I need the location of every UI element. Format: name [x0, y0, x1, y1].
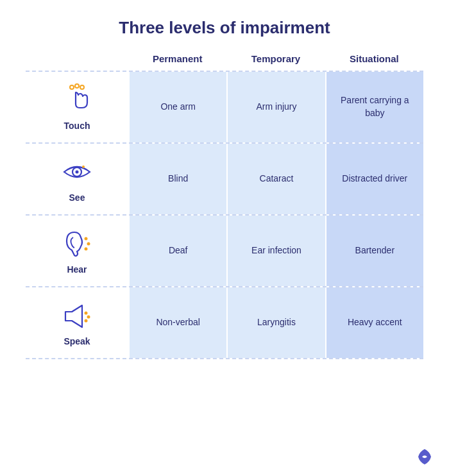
see-situational: Distracted driver — [325, 144, 423, 214]
touch-icon — [60, 83, 94, 117]
see-temporary: Cataract — [226, 144, 325, 214]
speak-situational: Heavy accent — [325, 287, 423, 358]
table-header: Permanent Temporary Situational — [26, 53, 423, 71]
header-permanent: Permanent — [128, 53, 226, 71]
speak-temporary: Laryngitis — [226, 287, 325, 358]
speak-icon-cell: Speak — [26, 287, 128, 358]
svg-point-5 — [82, 166, 85, 168]
hear-label: Hear — [67, 264, 87, 275]
touch-permanent: One arm — [128, 72, 226, 142]
svg-point-1 — [75, 84, 79, 88]
touch-temporary: Arm injury — [226, 72, 325, 142]
see-icon-cell: See — [26, 144, 128, 214]
svg-point-11 — [87, 316, 90, 319]
logo — [416, 448, 434, 466]
see-permanent: Blind — [128, 144, 226, 214]
svg-point-7 — [87, 242, 90, 246]
svg-marker-9 — [65, 305, 82, 327]
touch-situational: Parent carrying a baby — [325, 72, 423, 142]
header-empty — [26, 53, 128, 71]
hear-icon-cell: Hear — [26, 216, 128, 286]
header-situational: Situational — [325, 53, 423, 71]
touch-icon-cell: Touch — [26, 72, 128, 142]
svg-point-6 — [85, 237, 88, 241]
svg-point-4 — [76, 171, 79, 174]
see-icon — [60, 155, 94, 189]
page-title: Three levels of impairment — [119, 18, 330, 38]
table-row-hear: Hear Deaf Ear infection Bartender — [26, 214, 423, 286]
svg-point-0 — [70, 85, 74, 89]
header-temporary: Temporary — [226, 53, 325, 71]
table-row-see: See Blind Cataract Distracted driver — [26, 142, 423, 214]
see-label: See — [69, 192, 85, 203]
touch-label: Touch — [64, 121, 90, 131]
hear-situational: Bartender — [325, 216, 423, 286]
svg-point-12 — [85, 319, 88, 323]
speak-icon — [60, 299, 94, 332]
table-row-speak: Speak Non-verbal Laryngitis Heavy accent — [26, 286, 423, 359]
speak-label: Speak — [64, 336, 90, 346]
hear-icon — [60, 227, 94, 260]
svg-point-10 — [85, 312, 88, 315]
table-row-touch: Touch One arm Arm injury Parent carrying… — [26, 71, 423, 142]
impairment-table: Permanent Temporary Situational Touch On… — [26, 53, 423, 359]
svg-point-2 — [80, 85, 84, 89]
hear-temporary: Ear infection — [226, 216, 325, 286]
hear-permanent: Deaf — [128, 216, 226, 286]
svg-point-8 — [85, 248, 88, 251]
speak-permanent: Non-verbal — [128, 287, 226, 358]
